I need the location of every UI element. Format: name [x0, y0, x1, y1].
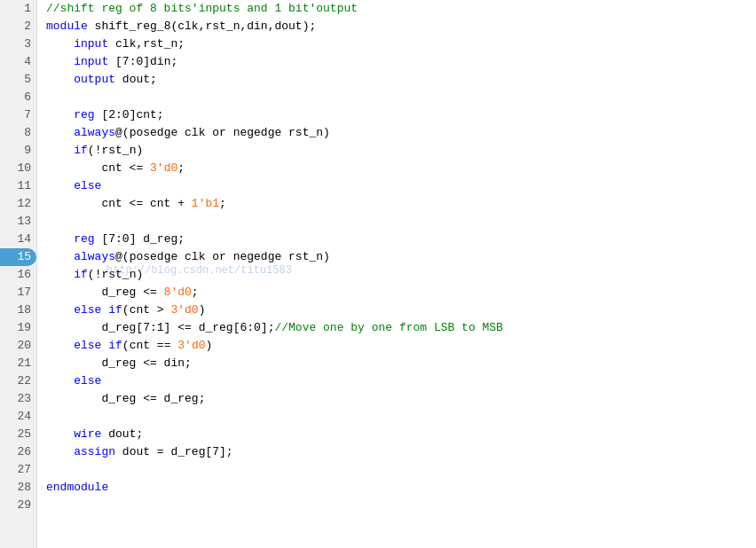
- line-15: 15: [0, 248, 36, 266]
- code-line-1: //shift reg of 8 bits'inputs and 1 bit'o…: [46, 0, 756, 18]
- code-line-9: if(!rst_n): [46, 142, 756, 160]
- code-line-11: else: [46, 177, 756, 195]
- line-20: 20: [0, 337, 36, 355]
- code-line-25: wire dout;: [46, 426, 756, 443]
- line-8: 8: [0, 124, 36, 142]
- line-7: 7: [0, 106, 36, 124]
- code-line-20: else if(cnt == 3'd0): [46, 337, 756, 355]
- line-4: 4: [0, 53, 36, 71]
- code-line-17: d_reg <= 8'd0;: [46, 284, 756, 301]
- line-numbers: 1 2 3 4 5 6 7 8 9 10 11 12 13 14 15 16 1…: [0, 0, 37, 548]
- line-25: 25: [0, 426, 36, 443]
- code-line-23: d_reg <= d_reg;: [46, 390, 756, 408]
- line-19: 19: [0, 319, 36, 337]
- code-line-6: [46, 89, 756, 106]
- line-9: 9: [0, 142, 36, 160]
- code-line-7: reg [2:0]cnt;: [46, 106, 756, 124]
- line-24: 24: [0, 408, 36, 426]
- line-5: 5: [0, 71, 36, 89]
- code-line-13: [46, 213, 756, 231]
- code-line-28: endmodule: [46, 479, 756, 497]
- code-line-22: else: [46, 372, 756, 390]
- code-line-27: [46, 461, 756, 479]
- code-line-16: if(!rst_n): [46, 266, 756, 284]
- line-17: 17: [0, 284, 36, 301]
- line-10: 10: [0, 160, 36, 177]
- code-line-2: module shift_reg_8(clk,rst_n,din,dout);: [46, 18, 756, 35]
- code-line-12: cnt <= cnt + 1'b1;: [46, 195, 756, 213]
- code-line-4: input [7:0]din;: [46, 53, 756, 71]
- line-11: 11: [0, 177, 36, 195]
- code-line-5: output dout;: [46, 71, 756, 89]
- line-6: 6: [0, 89, 36, 106]
- line-13: 13: [0, 213, 36, 231]
- line-22: 22: [0, 372, 36, 390]
- line-12: 12: [0, 195, 36, 213]
- line-1: 1: [0, 0, 36, 18]
- line-26: 26: [0, 443, 36, 461]
- line-16: 16: [0, 266, 36, 284]
- code-line-10: cnt <= 3'd0;: [46, 160, 756, 177]
- line-14: 14: [0, 231, 36, 248]
- line-3: 3: [0, 35, 36, 53]
- code-line-21: d_reg <= din;: [46, 355, 756, 372]
- code-line-29: [46, 497, 756, 514]
- code-line-14: reg [7:0] d_reg;: [46, 231, 756, 248]
- line-28: 28: [0, 479, 36, 497]
- code-line-3: input clk,rst_n;: [46, 35, 756, 53]
- code-line-8: always@(posedge clk or negedge rst_n): [46, 124, 756, 142]
- code-content: //shift reg of 8 bits'inputs and 1 bit'o…: [37, 0, 756, 548]
- code-line-15: always@(posedge clk or negedge rst_n): [46, 248, 756, 266]
- code-line-26: assign dout = d_reg[7];: [46, 443, 756, 461]
- code-editor: 1 2 3 4 5 6 7 8 9 10 11 12 13 14 15 16 1…: [0, 0, 756, 548]
- line-29: 29: [0, 497, 36, 514]
- line-18: 18: [0, 301, 36, 319]
- line-27: 27: [0, 461, 36, 479]
- code-line-18: else if(cnt > 3'd0): [46, 301, 756, 319]
- line-23: 23: [0, 390, 36, 408]
- code-line-24: [46, 408, 756, 426]
- code-line-19: d_reg[7:1] <= d_reg[6:0];//Move one by o…: [46, 319, 756, 337]
- line-21: 21: [0, 355, 36, 372]
- line-2: 2: [0, 18, 36, 35]
